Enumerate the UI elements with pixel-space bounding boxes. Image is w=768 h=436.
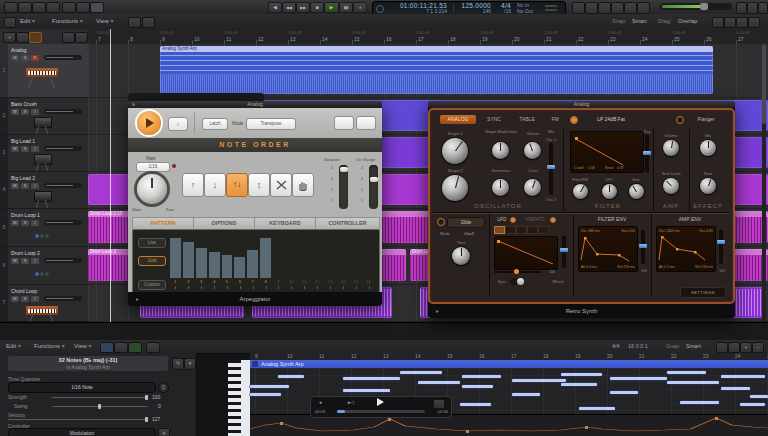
track-lane[interactable]: Analog Synth Arp bbox=[88, 44, 768, 98]
osc-mix-slider[interactable] bbox=[549, 143, 553, 195]
pr-zoom-out-icon[interactable]: − bbox=[752, 342, 764, 353]
glide-mode-value[interactable]: Osc2 bbox=[458, 231, 480, 236]
effect-rate-knob[interactable] bbox=[700, 178, 716, 194]
step-back-icon[interactable]: ◂ bbox=[319, 400, 324, 405]
pattern-bar[interactable] bbox=[209, 252, 220, 278]
tab-analog[interactable]: ANALOG bbox=[440, 115, 476, 124]
add-track-button[interactable]: + bbox=[3, 32, 16, 43]
rate-value[interactable]: 1/16 bbox=[136, 162, 170, 172]
functions-menu[interactable]: Functions ▾ bbox=[52, 14, 83, 29]
selection-info-box[interactable]: 32 Notes (B♭ maj) (-31) in Analog Synth … bbox=[8, 356, 168, 371]
shape-mod-knob[interactable] bbox=[492, 142, 509, 159]
order-down-button[interactable]: ↓ bbox=[204, 173, 226, 197]
list-editors-icon[interactable] bbox=[736, 2, 747, 14]
arp-play-button[interactable] bbox=[137, 111, 161, 135]
order-outside-in-button[interactable]: ↕ bbox=[248, 173, 270, 197]
view-menu[interactable]: View ▾ bbox=[96, 14, 114, 29]
quantize-dropdown[interactable]: 1/16 Note bbox=[8, 382, 156, 393]
latch-button[interactable]: Latch bbox=[202, 118, 228, 130]
input-monitor-button[interactable]: I bbox=[31, 220, 39, 226]
count-in-icon[interactable] bbox=[637, 2, 650, 14]
midi-note[interactable] bbox=[680, 401, 719, 404]
filter-power-button[interactable] bbox=[570, 116, 578, 124]
zoom-h-icon[interactable] bbox=[736, 17, 748, 28]
video-controller[interactable]: ◂ ●◁ 00:03 -00:36 bbox=[310, 396, 452, 418]
midi-note[interactable] bbox=[579, 407, 615, 410]
video-play-icon[interactable] bbox=[377, 398, 384, 406]
duplicate-track-button[interactable] bbox=[16, 32, 29, 43]
live-button[interactable]: Live bbox=[138, 238, 166, 248]
slider-handle[interactable] bbox=[639, 244, 647, 248]
arp-header-button-1[interactable] bbox=[334, 116, 354, 130]
forward-button[interactable]: ▶▶ bbox=[296, 2, 310, 13]
midi-note[interactable] bbox=[278, 375, 304, 378]
midi-note[interactable] bbox=[667, 381, 719, 384]
pattern-bar[interactable] bbox=[247, 250, 258, 278]
track-volume-slider[interactable] bbox=[44, 146, 82, 151]
pr-zoom-in-icon[interactable]: + bbox=[740, 342, 752, 353]
drag-menu[interactable]: Overlap bbox=[678, 14, 697, 29]
volume-icon[interactable]: ●◁ bbox=[347, 399, 361, 406]
inspector-icon[interactable] bbox=[18, 2, 32, 13]
pattern-bar[interactable] bbox=[183, 242, 194, 278]
mute-button[interactable]: M bbox=[11, 146, 19, 152]
mode-dropdown[interactable]: Transpose bbox=[246, 118, 296, 130]
pattern-step-bars[interactable] bbox=[169, 234, 375, 278]
glide-power-button[interactable] bbox=[437, 218, 445, 226]
midi-note[interactable] bbox=[400, 371, 441, 374]
velocity-thumb[interactable] bbox=[145, 417, 148, 422]
arp-header-button-2[interactable] bbox=[356, 116, 376, 130]
amp-env-display[interactable]: Dec 2400 ms Sus 0.85 Att 0.5 ms Rel 230 … bbox=[656, 226, 716, 272]
rewind-button[interactable]: ◀◀ bbox=[282, 2, 296, 13]
swing-slider[interactable] bbox=[52, 406, 148, 407]
filter-type-dropdown[interactable]: LP 24dB Fat bbox=[580, 115, 642, 124]
pattern-bar[interactable] bbox=[222, 255, 233, 278]
solo-button[interactable]: S bbox=[21, 296, 29, 302]
tab-sync[interactable]: SYNC bbox=[480, 115, 508, 124]
controller-menu-icon[interactable]: ▾ bbox=[158, 428, 170, 436]
back-icon[interactable] bbox=[4, 17, 16, 28]
solo-button[interactable]: S bbox=[21, 220, 29, 226]
pr-view-menu[interactable]: View ▾ bbox=[74, 339, 92, 354]
arrange-ruler[interactable]: 1:00:111:00:151:00:191:00:231:00:261:00:… bbox=[88, 29, 768, 45]
smart-controls-icon[interactable] bbox=[46, 2, 60, 13]
pattern-bar[interactable] bbox=[196, 248, 207, 278]
track-volume-slider[interactable] bbox=[44, 220, 82, 225]
playhead[interactable] bbox=[110, 29, 111, 322]
region-analog-synth-arp[interactable]: Analog Synth Arp bbox=[160, 46, 713, 94]
master-volume-slider[interactable] bbox=[660, 3, 732, 10]
midi-note[interactable] bbox=[418, 381, 459, 384]
filter-env-knob[interactable] bbox=[629, 184, 644, 199]
strength-slider[interactable] bbox=[52, 397, 148, 398]
mute-button[interactable]: M bbox=[11, 55, 19, 61]
track-zoom-icon[interactable] bbox=[75, 32, 88, 43]
cents-knob[interactable] bbox=[524, 179, 541, 196]
solo-button[interactable]: S bbox=[21, 183, 29, 189]
automation-node[interactable] bbox=[715, 417, 718, 420]
variation-slider[interactable] bbox=[339, 165, 348, 209]
silent-capture-button[interactable]: ♪ bbox=[168, 117, 188, 131]
mute-button[interactable]: M bbox=[11, 258, 19, 264]
midi-note[interactable] bbox=[512, 393, 540, 396]
tab-fm[interactable]: FM bbox=[546, 115, 564, 124]
help-icon[interactable] bbox=[758, 2, 768, 14]
lfo-rate-handle[interactable] bbox=[514, 269, 519, 274]
scrollbar-thumb[interactable] bbox=[762, 44, 766, 124]
slider-handle[interactable] bbox=[560, 248, 568, 252]
order-random-button[interactable] bbox=[270, 173, 292, 197]
midi-note[interactable] bbox=[750, 395, 768, 398]
media-browser-icon[interactable] bbox=[747, 2, 758, 14]
track-volume-slider[interactable] bbox=[44, 109, 82, 114]
mute-button[interactable]: M bbox=[11, 296, 19, 302]
piano-roll-ruler[interactable]: 910111213141516171819202122232425 bbox=[250, 353, 768, 360]
oct-range-slider[interactable] bbox=[369, 165, 378, 209]
disclosure-icon[interactable]: ▸ bbox=[136, 292, 139, 306]
toolbar-icon-6[interactable] bbox=[76, 2, 90, 13]
filter-lfo-knob[interactable] bbox=[602, 184, 617, 199]
track-header-drum-loop-1[interactable]: 5Drum Loop 1MSI bbox=[0, 209, 88, 247]
midi-note[interactable] bbox=[561, 383, 597, 386]
vibrato-tab[interactable]: VIBRATO bbox=[520, 217, 550, 222]
amp-env-vel-slider[interactable] bbox=[719, 230, 723, 264]
automation-node[interactable] bbox=[585, 426, 588, 429]
track-volume-slider[interactable] bbox=[44, 296, 82, 301]
